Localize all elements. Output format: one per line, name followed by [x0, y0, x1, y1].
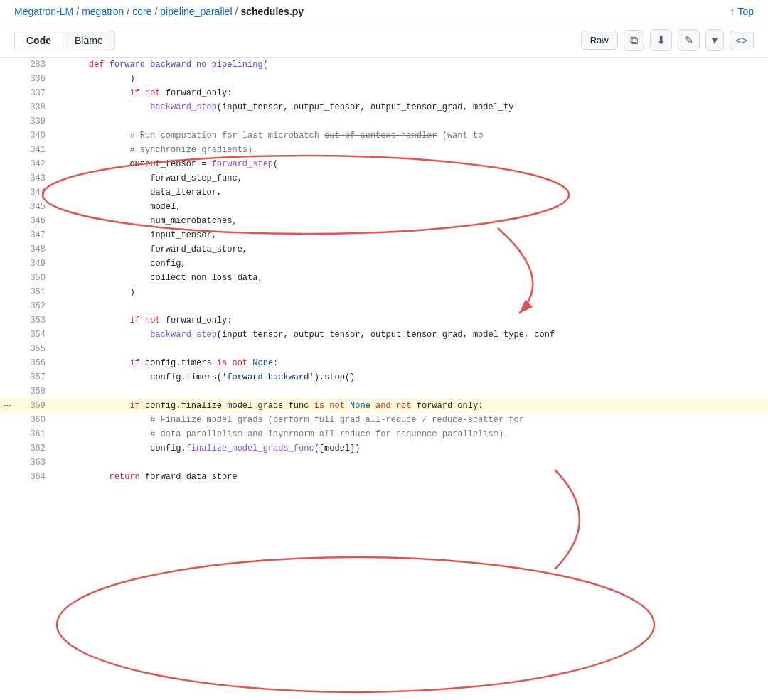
raw-label: Raw: [590, 35, 609, 45]
line-content: [57, 384, 768, 399]
line-content: ): [57, 285, 768, 299]
svg-point-1: [57, 557, 654, 692]
table-row: 283 def forward_backward_no_pipelining(: [0, 58, 768, 72]
table-row: 336 ): [0, 72, 768, 86]
line-number: 363: [14, 456, 57, 470]
breadcrumb-megatron-lm[interactable]: Megatron-LM: [14, 6, 73, 17]
breadcrumb-megatron[interactable]: megatron: [82, 6, 124, 17]
line-dot: [0, 285, 14, 299]
table-row: 352: [0, 299, 768, 313]
line-number: 362: [14, 441, 57, 456]
line-content: input_tensor,: [57, 228, 768, 242]
code-container: 283 def forward_backward_no_pipelining(3…: [0, 58, 768, 484]
line-number: 351: [14, 285, 57, 299]
table-row: 356 if config.timers is not None:: [0, 356, 768, 370]
line-number: 338: [14, 100, 57, 114]
line-content: # Run computation for last microbatch ou…: [57, 129, 768, 143]
line-content: # Finalize model grads (perform full gra…: [57, 413, 768, 427]
line-dot: [0, 72, 14, 86]
line-dot: [0, 328, 14, 342]
top-label: Top: [737, 6, 754, 17]
table-row: 348 forward_data_store,: [0, 242, 768, 257]
line-dot: [0, 214, 14, 228]
table-row: 346 num_microbatches,: [0, 214, 768, 228]
table-row: 347 input_tensor,: [0, 228, 768, 242]
copy-button[interactable]: ⧉: [624, 30, 644, 51]
line-content: [57, 342, 768, 356]
toolbar: Code Blame Raw ⧉ ⬇ ✎ ▾ <>: [0, 23, 768, 58]
line-content: if config.timers is not None:: [57, 356, 768, 370]
line-content: output_tensor = forward_step(: [57, 157, 768, 171]
page-container: Megatron-LM / megatron / core / pipeline…: [0, 0, 768, 700]
line-number: 360: [14, 413, 57, 427]
line-number: 343: [14, 171, 57, 185]
line-number: 348: [14, 242, 57, 257]
line-content: forward_step_func,: [57, 171, 768, 185]
table-row: 350 collect_non_loss_data,: [0, 271, 768, 285]
tab-blame[interactable]: Blame: [63, 31, 115, 50]
raw-button[interactable]: Raw: [581, 31, 618, 50]
table-row: 354 backward_step(input_tensor, output_t…: [0, 328, 768, 342]
line-content: forward_data_store,: [57, 242, 768, 257]
line-content: backward_step(input_tensor, output_tenso…: [57, 328, 768, 342]
line-dot: [0, 356, 14, 370]
line-dot: [0, 129, 14, 143]
line-dot: [0, 427, 14, 441]
line-content: if not forward_only:: [57, 313, 768, 328]
breadcrumb-sep-2: /: [127, 6, 129, 17]
breadcrumb-current-file: schedules.py: [240, 6, 304, 17]
more-button[interactable]: ▾: [705, 29, 724, 51]
line-number: 354: [14, 328, 57, 342]
line-content: config,: [57, 257, 768, 271]
line-number: 336: [14, 72, 57, 86]
download-button[interactable]: ⬇: [650, 29, 672, 51]
tab-code[interactable]: Code: [14, 31, 63, 50]
line-content: [57, 114, 768, 129]
breadcrumb-core[interactable]: core: [132, 6, 151, 17]
table-row: 344 data_iterator,: [0, 185, 768, 200]
tab-group: Code Blame: [14, 31, 115, 50]
breadcrumb: Megatron-LM / megatron / core / pipeline…: [14, 6, 304, 17]
line-number: 346: [14, 214, 57, 228]
line-dot: [0, 143, 14, 157]
copy-icon: ⧉: [630, 34, 638, 47]
line-number: 344: [14, 185, 57, 200]
line-number: 342: [14, 157, 57, 171]
line-dot: [0, 342, 14, 356]
table-row: •••359 if config.finalize_model_grads_fu…: [0, 399, 768, 413]
breadcrumb-pipeline-parallel[interactable]: pipeline_parallel: [160, 6, 232, 17]
line-content: if not forward_only:: [57, 86, 768, 100]
line-dot: [0, 100, 14, 114]
line-dot: [0, 242, 14, 257]
line-number: 345: [14, 200, 57, 214]
download-icon: ⬇: [656, 33, 666, 47]
line-content: [57, 456, 768, 470]
table-row: 338 backward_step(input_tensor, output_t…: [0, 100, 768, 114]
line-number: 350: [14, 271, 57, 285]
table-row: 355: [0, 342, 768, 356]
line-dot: [0, 370, 14, 384]
table-row: 343 forward_step_func,: [0, 171, 768, 185]
line-dot: [0, 470, 14, 484]
chevron-down-icon: ▾: [712, 33, 718, 47]
line-content: return forward_data_store: [57, 470, 768, 484]
table-row: 342 output_tensor = forward_step(: [0, 157, 768, 171]
top-link[interactable]: ↑ Top: [730, 6, 754, 17]
code-view-button[interactable]: <>: [730, 31, 754, 50]
table-row: 357 config.timers('forward-backward').st…: [0, 370, 768, 384]
line-number: 283: [14, 58, 57, 72]
edit-button[interactable]: ✎: [678, 29, 700, 51]
breadcrumb-bar: Megatron-LM / megatron / core / pipeline…: [0, 0, 768, 23]
table-row: 363: [0, 456, 768, 470]
line-dot: [0, 114, 14, 129]
line-number: 361: [14, 427, 57, 441]
table-row: 362 config.finalize_model_grads_func([mo…: [0, 441, 768, 456]
code-wrapper: 283 def forward_backward_no_pipelining(3…: [0, 58, 768, 484]
code-icon: <>: [736, 35, 747, 46]
line-content: collect_non_loss_data,: [57, 271, 768, 285]
breadcrumb-sep-1: /: [76, 6, 79, 17]
line-content: model,: [57, 200, 768, 214]
line-dot: [0, 86, 14, 100]
line-number: 353: [14, 313, 57, 328]
line-dot: [0, 200, 14, 214]
